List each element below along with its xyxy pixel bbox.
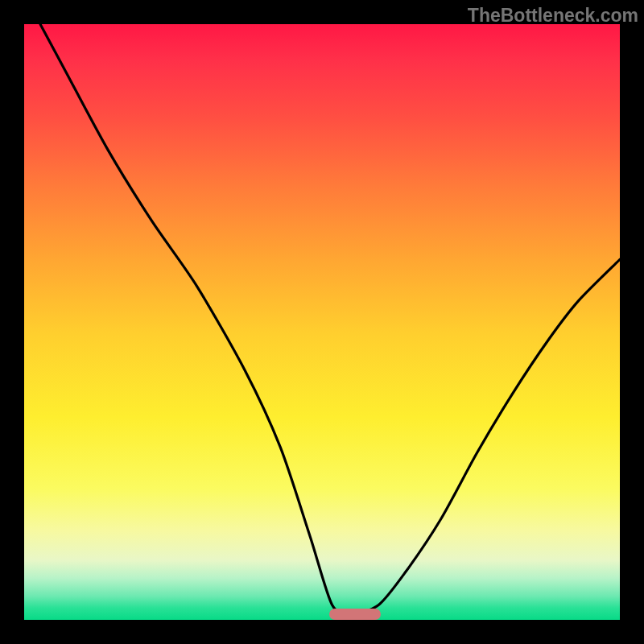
bottleneck-marker (329, 609, 381, 620)
bottleneck-curve (24, 24, 620, 620)
chart-container: TheBottleneck.com (0, 0, 644, 644)
plot-area (24, 24, 620, 620)
watermark-label: TheBottleneck.com (468, 5, 638, 27)
